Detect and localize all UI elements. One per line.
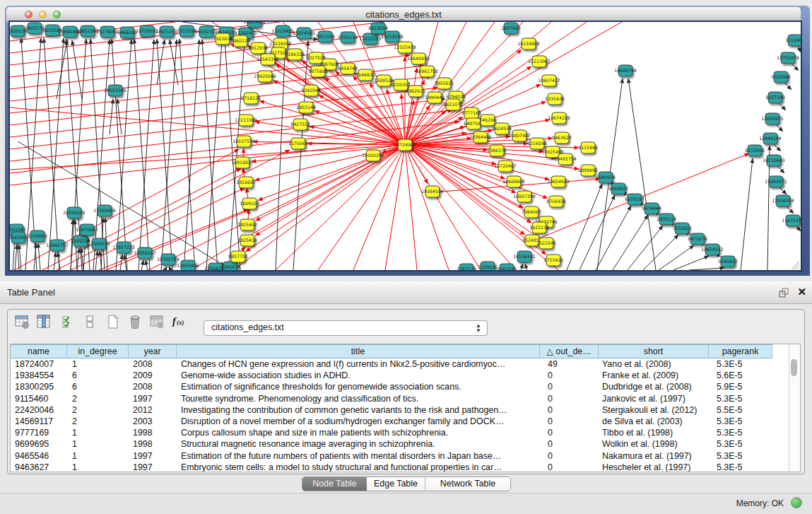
cell-short: Stergiakouli et al. (2012) — [599, 404, 709, 416]
row-height-button[interactable] — [83, 315, 100, 332]
column-header-in_degree[interactable]: in_degree — [67, 344, 129, 358]
svg-text:18300295: 18300295 — [362, 153, 384, 158]
svg-text:8860128: 8860128 — [230, 38, 250, 43]
tab-edge-table[interactable]: Edge Table — [367, 477, 425, 491]
cell-in_degree: 6 — [67, 381, 129, 393]
svg-text:8454749: 8454749 — [338, 66, 358, 71]
cell-out_de: 0 — [540, 381, 599, 393]
svg-text:17359924: 17359924 — [93, 208, 116, 213]
cell-in_degree: 1 — [67, 427, 129, 439]
svg-text:9361872: 9361872 — [497, 267, 517, 270]
column-header-name[interactable]: name — [11, 344, 67, 358]
svg-text:9245652: 9245652 — [718, 259, 738, 264]
cell-title: Corpus callosum shape and size in male p… — [177, 427, 540, 439]
float-panel-icon[interactable] — [778, 287, 789, 298]
cell-name: 9777169 — [11, 427, 67, 439]
svg-text:7386372: 7386372 — [487, 148, 507, 153]
svg-text:16782759: 16782759 — [157, 257, 180, 262]
table-panel-header: Table Panel ✕ — [0, 281, 812, 304]
svg-text:19384554: 19384554 — [421, 189, 444, 194]
cell-year: 2008 — [129, 358, 177, 370]
svg-text:17016504: 17016504 — [772, 198, 794, 203]
svg-text:18107554: 18107554 — [233, 139, 255, 144]
scrollbar-thumb[interactable] — [791, 359, 797, 376]
cell-in_degree: 2 — [67, 393, 129, 405]
cell-name: 14569117 — [11, 416, 67, 428]
svg-text:7163822: 7163822 — [213, 36, 233, 41]
svg-text:1362615: 1362615 — [406, 88, 425, 93]
select-columns-button[interactable] — [61, 315, 78, 332]
svg-text:16210643: 16210643 — [763, 158, 785, 163]
svg-text:20364486: 20364486 — [469, 134, 492, 139]
svg-text:10958107: 10958107 — [134, 250, 156, 255]
table-settings-icon — [15, 315, 29, 329]
delete-button[interactable] — [128, 315, 145, 332]
delete-table-button[interactable] — [150, 315, 167, 332]
svg-text:9115460: 9115460 — [578, 145, 598, 150]
new-document-button[interactable] — [106, 315, 123, 332]
svg-text:12093871: 12093871 — [761, 116, 784, 121]
svg-text:1990448: 1990448 — [425, 95, 445, 100]
cell-year: 2009 — [129, 370, 177, 382]
tab-node-table[interactable]: Node Table — [302, 477, 367, 491]
delete-table-icon — [150, 315, 164, 329]
cell-out_de: 0 — [540, 404, 599, 416]
cell-pagerank: 5.3E-5 — [709, 427, 772, 439]
svg-text:9756928: 9756928 — [546, 199, 566, 204]
table-panel: Table Panel ✕ f(x) citations_edges.txt ▲… — [0, 281, 812, 514]
network-canvas[interactable]: 1635136240557289105842069140610853287152… — [10, 22, 801, 270]
function-builder-button[interactable]: f(x) — [172, 315, 189, 332]
svg-text:6466160: 6466160 — [117, 30, 137, 35]
svg-text:18807299: 18807299 — [513, 194, 536, 199]
cell-title: Embryonic stem cells: a model to study s… — [177, 462, 540, 472]
close-panel-icon[interactable]: ✕ — [797, 286, 806, 298]
svg-text:1640954: 1640954 — [596, 175, 616, 180]
svg-text:9750110: 9750110 — [338, 35, 358, 40]
network-window: citations_edges.txt 16351362405572891058… — [5, 6, 810, 276]
cell-pagerank: 5.3E-5 — [709, 438, 772, 450]
cell-pagerank: 5.3E-5 — [709, 393, 772, 405]
column-header-year[interactable]: year — [129, 344, 177, 358]
column-header-pagerank[interactable]: pagerank — [709, 344, 772, 358]
svg-text:746266: 746266 — [479, 117, 496, 122]
cell-year: 1997 — [129, 450, 177, 462]
svg-text:14671355: 14671355 — [155, 29, 178, 34]
column-header-out_de[interactable]: △ out_de… — [540, 344, 599, 358]
svg-text:19654923: 19654923 — [547, 179, 570, 184]
column-chooser-button[interactable] — [37, 315, 54, 332]
svg-text:23420046: 23420046 — [254, 74, 276, 78]
new-document-icon — [106, 315, 120, 329]
svg-text:1170061: 1170061 — [288, 141, 308, 146]
cell-in_degree: 6 — [67, 370, 129, 382]
svg-text:7120026: 7120026 — [478, 264, 498, 269]
svg-text:9463627: 9463627 — [552, 135, 572, 140]
select-columns-icon — [61, 315, 75, 329]
tab-network-table[interactable]: Network Table — [425, 477, 510, 491]
delete-icon — [128, 315, 142, 329]
function-builder-icon: f(x) — [172, 315, 186, 329]
svg-text:2687682: 2687682 — [501, 25, 521, 30]
column-header-short[interactable]: short — [599, 344, 709, 358]
cell-out_de: 0 — [540, 450, 599, 462]
cell-year: 1998 — [129, 427, 177, 439]
cell-title: Estimation of significance thresholds fo… — [177, 381, 540, 393]
cell-year: 2012 — [129, 404, 177, 416]
svg-text:20206526: 20206526 — [63, 210, 86, 215]
vertical-scrollbar[interactable] — [789, 344, 799, 472]
svg-text:9474444: 9474444 — [642, 206, 661, 211]
table-settings-button[interactable] — [15, 315, 32, 332]
svg-text:9242848: 9242848 — [301, 88, 321, 93]
svg-text:6794028: 6794028 — [446, 94, 466, 99]
cell-short: Franke et al. (2009) — [599, 370, 709, 382]
cell-name: 18300295 — [11, 381, 67, 393]
svg-text:1604103: 1604103 — [240, 201, 259, 206]
table-selector-combo[interactable]: citations_edges.txt ▲▼ — [204, 320, 488, 336]
svg-text:15692971: 15692971 — [765, 179, 787, 184]
svg-text:7084067: 7084067 — [522, 209, 541, 214]
svg-text:8220357: 8220357 — [391, 82, 411, 87]
svg-text:10853287: 10853287 — [76, 28, 99, 33]
column-header-title[interactable]: title — [177, 344, 540, 358]
citation-network-graph[interactable]: 1635136240557289105842069140610853287152… — [10, 22, 801, 270]
window-titlebar[interactable]: citations_edges.txt — [6, 7, 801, 23]
svg-text:17957223: 17957223 — [112, 245, 135, 250]
